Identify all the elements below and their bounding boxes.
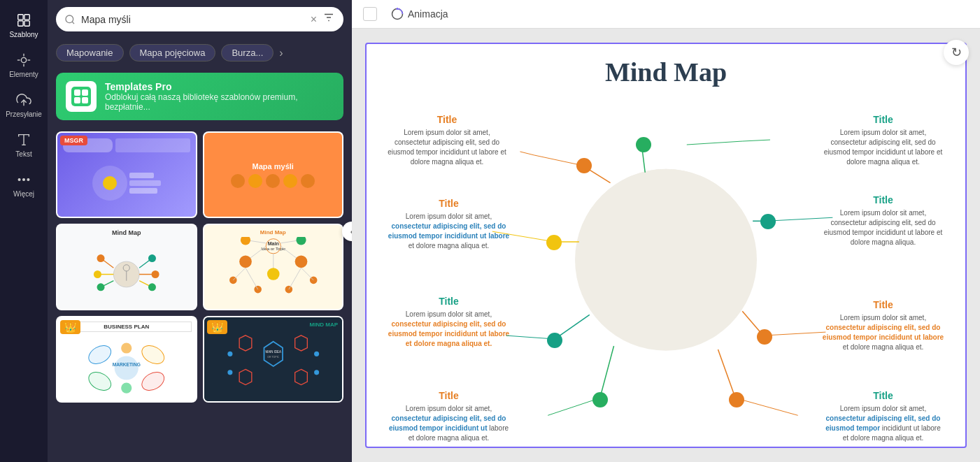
svg-line-59 bbox=[288, 268, 301, 289]
clear-button[interactable]: × bbox=[311, 13, 317, 26]
node-orange-topleft bbox=[576, 158, 592, 173]
svg-rect-24 bbox=[82, 97, 88, 103]
promo-subtitle: Odblokuj całą naszą bibliotekę szablonów… bbox=[105, 92, 334, 112]
search-input[interactable] bbox=[81, 14, 305, 25]
template-card-6[interactable]: MIND MAP MAIN IDEA OR TOPIC bbox=[203, 316, 344, 403]
svg-point-51 bbox=[240, 237, 250, 245]
svg-marker-74 bbox=[239, 369, 252, 384]
svg-text:MAIN IDEA: MAIN IDEA bbox=[265, 350, 281, 354]
sidebar-item-templates-label: Szablony bbox=[9, 31, 38, 38]
sidebar-item-upload[interactable]: Przesyłanie bbox=[3, 87, 45, 124]
text-title-8: Title bbox=[822, 390, 944, 401]
template-card-2[interactable]: Mapa myśli bbox=[203, 131, 344, 218]
sidebar-item-more[interactable]: Więcej bbox=[3, 166, 45, 203]
template-grid: MSGR Mapa myśli bbox=[48, 126, 352, 411]
search-input-wrap: × bbox=[56, 7, 343, 31]
text-box-4: Title Lorem ipsum dolor sit amet, consec… bbox=[822, 194, 944, 247]
promo-banner[interactable]: Templates Pro Odblokuj całą naszą biblio… bbox=[56, 73, 343, 120]
sidebar-item-text[interactable]: Tekst bbox=[3, 127, 45, 164]
animation-button[interactable]: Animacja bbox=[385, 5, 454, 23]
svg-point-14 bbox=[27, 179, 29, 181]
text-body-7: Lorem ipsum dolor sit amet, consectetur … bbox=[388, 404, 510, 443]
svg-point-81 bbox=[397, 8, 399, 10]
text-body-1: Lorem ipsum dolor sit amet, consectetur … bbox=[388, 128, 506, 167]
text-body-8: Lorem ipsum dolor sit amet, consectetur … bbox=[822, 404, 944, 443]
mind-map-canvas[interactable]: Mind Map bbox=[365, 43, 967, 448]
main-area: Animacja Mind Map bbox=[352, 0, 980, 462]
tag-mapowanie[interactable]: Mapowanie bbox=[56, 44, 124, 62]
select-checkbox[interactable] bbox=[363, 7, 377, 21]
template-card-5[interactable]: BUSINESS PLAN MARKETING bbox=[56, 316, 197, 403]
svg-point-4 bbox=[21, 57, 26, 62]
text-box-6: Title Lorem ipsum dolor sit amet, consec… bbox=[822, 299, 944, 352]
svg-point-67 bbox=[121, 342, 132, 353]
text-title-1: Title bbox=[388, 114, 506, 125]
svg-point-34 bbox=[97, 254, 105, 262]
svg-line-94 bbox=[742, 140, 770, 141]
search-bar: × bbox=[48, 0, 352, 38]
text-box-5: Title Lorem ipsum dolor sit amet, consec… bbox=[388, 296, 510, 349]
svg-line-16 bbox=[72, 22, 74, 24]
person-illustration bbox=[596, 183, 736, 337]
template-card-3[interactable]: Mind Map bbox=[56, 224, 197, 310]
svg-point-64 bbox=[139, 342, 167, 368]
tag-burza[interactable]: Burza... bbox=[221, 44, 274, 62]
svg-line-89 bbox=[600, 346, 614, 398]
node-teal-right bbox=[760, 214, 776, 229]
svg-point-61 bbox=[115, 356, 139, 380]
svg-rect-1 bbox=[24, 15, 29, 20]
promo-title: Templates Pro bbox=[105, 81, 334, 92]
svg-point-101 bbox=[646, 202, 686, 241]
refresh-button[interactable]: ↻ bbox=[944, 40, 969, 65]
template-thumb-1 bbox=[57, 133, 196, 217]
svg-line-60 bbox=[301, 268, 313, 280]
node-orange-bottomright bbox=[729, 392, 744, 407]
sidebar-item-elements[interactable]: Elementy bbox=[3, 47, 45, 84]
svg-point-66 bbox=[139, 368, 167, 394]
svg-rect-2 bbox=[18, 21, 23, 26]
svg-point-15 bbox=[66, 15, 73, 23]
svg-rect-21 bbox=[74, 89, 80, 96]
sidebar-item-text-label: Tekst bbox=[15, 150, 31, 158]
text-box-8: Title Lorem ipsum dolor sit amet, consec… bbox=[822, 390, 944, 443]
panel-scroll[interactable]: Mapowanie Mapa pojęciowa Burza... › Temp… bbox=[48, 38, 352, 462]
template-badge-5: 👑 bbox=[60, 320, 80, 334]
text-body-6: Lorem ipsum dolor sit amet, consectetur … bbox=[822, 313, 944, 352]
svg-point-48 bbox=[239, 256, 252, 268]
text-title-3: Title bbox=[388, 198, 510, 209]
svg-rect-3 bbox=[24, 21, 29, 26]
templates-pro-logo bbox=[71, 87, 91, 106]
svg-line-93 bbox=[687, 141, 742, 145]
canvas-wrap: Mind Map bbox=[352, 29, 980, 462]
sidebar-item-upload-label: Przesyłanie bbox=[6, 110, 42, 118]
svg-rect-22 bbox=[82, 89, 88, 96]
template-badge-6: 👑 bbox=[207, 320, 227, 334]
text-title-5: Title bbox=[388, 296, 510, 307]
svg-point-37 bbox=[148, 254, 156, 262]
tag-mapa-pojęciowa[interactable]: Mapa pojęciowa bbox=[129, 44, 216, 62]
svg-point-65 bbox=[85, 368, 114, 394]
sidebar-item-templates[interactable]: Szablony bbox=[3, 7, 45, 44]
text-title-6: Title bbox=[822, 299, 944, 310]
svg-marker-69 bbox=[264, 342, 283, 366]
tags-more-chevron[interactable]: › bbox=[279, 47, 283, 59]
filter-button[interactable] bbox=[322, 11, 335, 27]
svg-rect-0 bbox=[18, 15, 23, 20]
text-box-1: Title Lorem ipsum dolor sit amet, consec… bbox=[388, 114, 506, 167]
template-card-4[interactable]: Mind Map Main Idea or Topic bbox=[203, 224, 344, 310]
text-title-7: Title bbox=[388, 390, 510, 401]
text-title-4: Title bbox=[822, 194, 944, 205]
template-badge-1: MSGR bbox=[60, 136, 87, 145]
sidebar-item-elements-label: Elementy bbox=[9, 71, 38, 78]
svg-point-39 bbox=[148, 283, 156, 291]
svg-point-76 bbox=[227, 352, 232, 356]
mind-map-center bbox=[575, 169, 757, 351]
template-card-1[interactable]: MSGR bbox=[56, 131, 197, 218]
svg-line-92 bbox=[520, 152, 534, 155]
svg-line-58 bbox=[245, 268, 257, 289]
mind-map-title: Mind Map bbox=[367, 57, 965, 87]
svg-marker-73 bbox=[294, 335, 307, 351]
template-thumb-4: Mind Map Main Idea or Topic bbox=[204, 225, 343, 309]
text-title-2: Title bbox=[822, 114, 944, 125]
promo-icon bbox=[66, 81, 97, 112]
